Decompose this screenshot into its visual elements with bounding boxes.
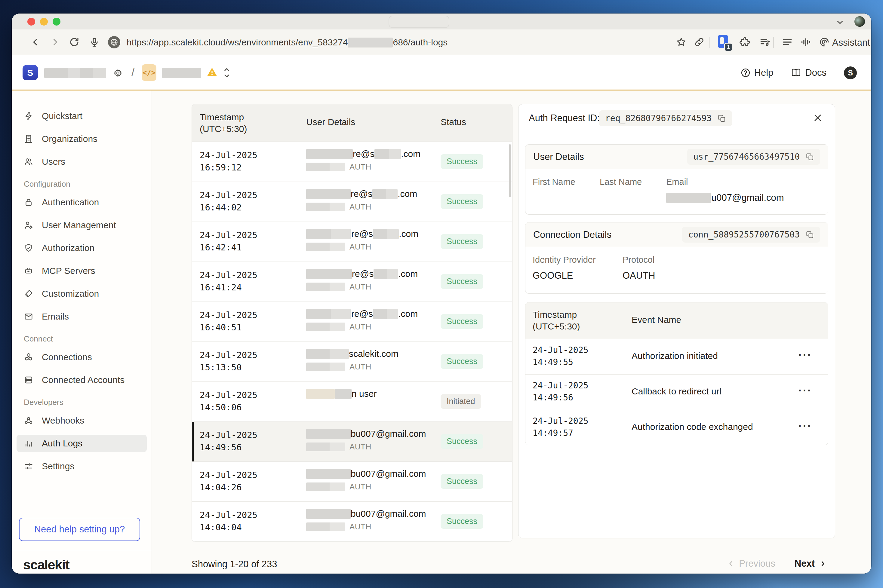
- chevron-down-icon[interactable]: [835, 17, 845, 27]
- scalekit-logo: scalekit: [23, 557, 69, 573]
- reading-list-icon[interactable]: [759, 36, 770, 48]
- redacted-text: [306, 163, 345, 171]
- browser-profile-avatar[interactable]: [854, 16, 865, 27]
- docs-button[interactable]: Docs: [791, 68, 826, 78]
- log-row[interactable]: 24-Jul-2025 16:59:12re@s.comAUTHSuccess: [192, 142, 512, 182]
- log-row[interactable]: 24-Jul-2025 14:49:56bu007@gmail.comAUTHS…: [192, 422, 512, 462]
- status-badge: Success: [441, 434, 483, 449]
- need-help-button[interactable]: Need help setting up?: [19, 518, 140, 541]
- user-avatar[interactable]: S: [844, 66, 857, 80]
- user-id-value: usr_77567465663497510: [693, 152, 800, 162]
- docs-label: Docs: [805, 68, 826, 78]
- sidebar-item-label: Authentication: [42, 197, 99, 207]
- password-manager-icon[interactable]: 1: [718, 35, 729, 49]
- redacted-text: [306, 442, 345, 451]
- close-icon[interactable]: [812, 113, 823, 123]
- browser-tab[interactable]: [389, 16, 449, 28]
- log-row[interactable]: 24-Jul-2025 16:44:02re@s.comAUTHSuccess: [192, 182, 512, 222]
- event-timestamp: 24-Jul-2025 14:49:55: [533, 344, 588, 368]
- event-row[interactable]: 24-Jul-2025 14:49:55Authorization initia…: [526, 339, 828, 375]
- extensions-puzzle-icon[interactable]: [740, 36, 751, 48]
- row-timestamp: 24-Jul-2025 16:44:02: [200, 189, 257, 214]
- user-management-icon: [24, 220, 33, 230]
- copy-icon[interactable]: [718, 114, 726, 123]
- previous-button[interactable]: Previous: [727, 558, 775, 569]
- redacted-text: [374, 269, 398, 279]
- sidebar-item-mcp-servers[interactable]: MCP Servers: [17, 262, 147, 280]
- minimize-window-button[interactable]: [40, 18, 48, 26]
- event-row[interactable]: 24-Jul-2025 14:49:56Callback to redirect…: [526, 375, 828, 410]
- titlebar: [12, 14, 871, 30]
- close-window-button[interactable]: [27, 18, 35, 26]
- first-name-label: First Name: [533, 177, 600, 187]
- auth-request-id-label: Auth Request ID:: [529, 113, 600, 123]
- event-row[interactable]: 24-Jul-2025 14:49:57Authorization code e…: [526, 410, 828, 445]
- sidebar-item-users[interactable]: Users: [17, 153, 147, 171]
- log-row[interactable]: 24-Jul-2025 16:41:24re@s.comAUTHSuccess: [192, 262, 512, 302]
- sidebar-item-emails[interactable]: Emails: [17, 308, 147, 325]
- back-icon[interactable]: [30, 37, 41, 47]
- column-status: Status: [441, 117, 466, 127]
- site-info-icon[interactable]: [108, 36, 120, 48]
- connection-details-title: Connection Details: [533, 230, 611, 240]
- forward-icon[interactable]: [50, 37, 60, 47]
- sidebar-item-quickstart[interactable]: Quickstart: [17, 107, 147, 125]
- copy-icon[interactable]: [806, 153, 814, 161]
- webhooks-icon: [24, 416, 33, 425]
- row-timestamp: 24-Jul-2025 14:50:06: [200, 389, 257, 414]
- help-button[interactable]: Help: [740, 68, 773, 78]
- log-row[interactable]: 24-Jul-2025 15:13:50scalekit.comAUTHSucc…: [192, 342, 512, 382]
- log-row[interactable]: 24-Jul-2025 14:04:26bu007@gmail.comAUTHS…: [192, 462, 512, 502]
- menu-icon[interactable]: [782, 36, 793, 48]
- environment-icon: </>: [142, 64, 156, 81]
- log-row[interactable]: 24-Jul-2025 14:04:04bu007@gmail.comAUTHS…: [192, 502, 512, 542]
- reload-icon[interactable]: [69, 37, 80, 48]
- redacted-text: [306, 229, 351, 239]
- sidebar-item-user-management[interactable]: User Management: [17, 216, 147, 234]
- row-timestamp: 24-Jul-2025 16:42:41: [200, 229, 257, 254]
- extension-badge: 1: [724, 43, 733, 52]
- last-name-label: Last Name: [600, 177, 666, 187]
- log-row[interactable]: 24-Jul-2025 14:50:06n userInitiated: [192, 382, 512, 422]
- workspace-settings-gear-icon[interactable]: [113, 69, 122, 78]
- traffic-lights: [27, 18, 60, 26]
- sidebar-item-settings[interactable]: Settings: [17, 458, 147, 475]
- assistant-icon[interactable]: [819, 37, 830, 48]
- table-scrollbar[interactable]: [509, 144, 511, 197]
- sidebar-item-label: Connections: [42, 352, 92, 362]
- environment-selector[interactable]: [222, 64, 231, 81]
- log-row[interactable]: 24-Jul-2025 16:40:51re@s.comAUTHSuccess: [192, 302, 512, 342]
- status-badge: Success: [441, 354, 483, 369]
- sidebar-item-connected-accounts[interactable]: Connected Accounts: [17, 371, 147, 389]
- event-menu-icon[interactable]: ⋯: [797, 382, 812, 398]
- microphone-icon[interactable]: [89, 37, 99, 47]
- sidebar-item-authentication[interactable]: Authentication: [17, 194, 147, 211]
- sidebar-item-webhooks[interactable]: Webhooks: [17, 412, 147, 429]
- workspace-logo[interactable]: S: [23, 65, 38, 80]
- event-menu-icon[interactable]: ⋯: [797, 346, 812, 363]
- redacted-text: [306, 243, 345, 251]
- status-badge: Success: [441, 194, 483, 209]
- sidebar-item-customization[interactable]: Customization: [17, 285, 147, 302]
- copy-link-icon[interactable]: [694, 37, 705, 48]
- sidebar-item-organizations[interactable]: Organizations: [17, 130, 147, 148]
- log-row[interactable]: 24-Jul-2025 16:42:41re@s.comAUTHSuccess: [192, 222, 512, 262]
- zoom-window-button[interactable]: [53, 18, 60, 26]
- showing-count: Showing 1-20 of 233: [192, 559, 277, 570]
- bookmark-star-icon[interactable]: [676, 37, 686, 48]
- redacted-text: [666, 193, 711, 203]
- event-menu-icon[interactable]: ⋯: [797, 417, 812, 434]
- waveform-icon[interactable]: [800, 36, 812, 48]
- copy-icon[interactable]: [806, 231, 814, 239]
- url-prefix: https://app.scalekit.cloud/ws/environmen…: [127, 37, 348, 47]
- next-button[interactable]: Next: [794, 558, 827, 569]
- redacted-text: [306, 309, 351, 319]
- address-bar[interactable]: https://app.scalekit.cloud/ws/environmen…: [127, 37, 448, 48]
- user-details-title: User Details: [533, 152, 584, 162]
- events-header: Timestamp(UTC+5:30) Event Name: [526, 302, 828, 339]
- email-label: Email: [666, 177, 828, 187]
- sidebar-item-authorization[interactable]: Authorization: [17, 239, 147, 257]
- sidebar-item-auth-logs[interactable]: Auth Logs: [17, 435, 147, 452]
- sidebar-item-connections[interactable]: Connections: [17, 348, 147, 366]
- assistant-label[interactable]: Assistant: [832, 37, 870, 48]
